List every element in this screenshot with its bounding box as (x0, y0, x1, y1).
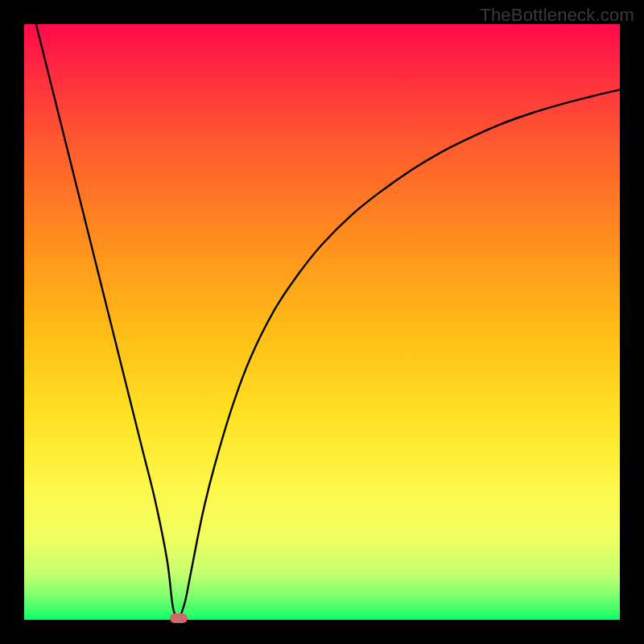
chart-frame: TheBottleneck.com (0, 0, 644, 644)
watermark-label: TheBottleneck.com (480, 5, 634, 26)
bottleneck-curve (24, 24, 620, 620)
curve-left-path (36, 24, 180, 620)
optimal-marker (170, 613, 188, 623)
plot-area (24, 24, 620, 620)
curve-right-path (179, 89, 620, 620)
